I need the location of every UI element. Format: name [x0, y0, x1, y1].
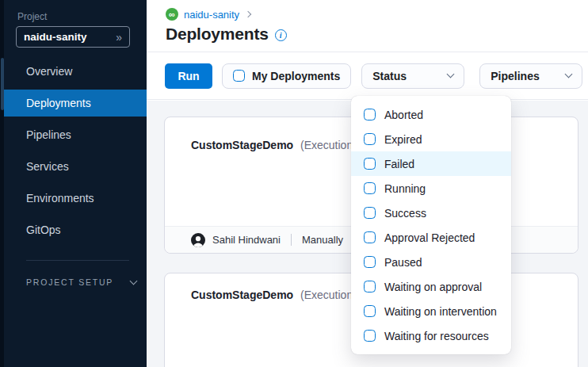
cd-module-icon: ∞ [166, 8, 178, 21]
pipeline-name: CustomStageDemo [191, 289, 293, 301]
status-option-label: Success [384, 207, 426, 220]
user-avatar-icon [191, 233, 205, 247]
sidebar-nav: Overview Deployments Pipelines Services … [0, 58, 147, 248]
info-icon[interactable]: i [275, 29, 287, 41]
sidebar-item-environments[interactable]: Environments [0, 185, 147, 212]
status-option-running[interactable]: Running [351, 176, 511, 201]
run-button[interactable]: Run [165, 63, 212, 89]
sidebar-item-services[interactable]: Services [0, 153, 147, 180]
status-option-waiting-on-approval[interactable]: Waiting on approval [351, 274, 511, 299]
status-option-approval-rejected[interactable]: Approval Rejected [351, 225, 511, 250]
my-deployments-label: My Deployments [252, 70, 340, 82]
project-sidebar: Project naidu-sanity » Overview Deployme… [0, 0, 147, 367]
status-option-label: Paused [384, 256, 422, 269]
sidebar-item-deployments[interactable]: Deployments [4, 90, 147, 117]
chevron-down-icon [130, 277, 138, 285]
status-option-aborted[interactable]: Aborted [351, 102, 511, 127]
sidebar-item-label: Pipelines [26, 128, 71, 141]
project-selector-value: naidu-sanity [24, 31, 87, 43]
footer-divider [291, 234, 292, 246]
checkbox[interactable] [364, 305, 376, 317]
checkbox[interactable] [364, 281, 376, 292]
checkbox[interactable] [364, 231, 376, 243]
breadcrumb-project-link[interactable]: naidu-sanity [184, 9, 239, 21]
checkbox[interactable] [364, 133, 376, 145]
triggered-by: Sahil Hindwani [212, 234, 281, 246]
sidebar-item-overview[interactable]: Overview [0, 58, 147, 85]
title-row: Deployments i [166, 25, 588, 44]
status-option-label: Approval Rejected [384, 231, 475, 244]
project-label: Project [17, 11, 47, 22]
chevron-right-icon [245, 11, 251, 17]
status-option-label: Failed [384, 158, 414, 170]
sidebar-item-label: Environments [26, 192, 94, 205]
checkbox[interactable] [364, 256, 376, 268]
project-setup-label: PROJECT SETUP [26, 277, 113, 287]
checkbox[interactable] [364, 182, 376, 194]
sidebar-item-label: Overview [26, 65, 72, 78]
checkbox[interactable] [364, 207, 376, 219]
page-header: ∞ naidu-sanity Deployments i [147, 0, 588, 52]
project-selector[interactable]: naidu-sanity » [16, 26, 130, 48]
pipeline-name: CustomStageDemo [191, 139, 293, 151]
chevron-down-icon [447, 71, 455, 78]
app-window: Project naidu-sanity » Overview Deployme… [0, 0, 588, 367]
checkbox[interactable] [364, 330, 376, 342]
status-option-waiting-for-resources[interactable]: Waiting for resources [351, 323, 511, 348]
status-option-label: Running [384, 182, 426, 195]
status-option-expired[interactable]: Expired [351, 127, 511, 151]
sidebar-item-label: Services [26, 160, 69, 173]
status-option-label: Waiting on approval [384, 281, 482, 293]
status-option-label: Aborted [384, 109, 423, 121]
status-option-label: Expired [384, 133, 422, 146]
status-option-waiting-on-intervention[interactable]: Waiting on intervention [351, 299, 511, 323]
chevron-down-icon [565, 71, 573, 78]
sidebar-divider [26, 260, 129, 261]
deployments-toolbar: Run My Deployments Status Pipelines [147, 52, 588, 100]
pipelines-filter-label: Pipelines [491, 70, 539, 82]
status-option-paused[interactable]: Paused [351, 250, 511, 274]
status-filter-label: Status [372, 70, 407, 82]
status-option-label: Waiting on intervention [384, 305, 497, 318]
checkbox[interactable] [364, 158, 376, 170]
breadcrumb: ∞ naidu-sanity [166, 8, 588, 21]
sidebar-item-label: GitOps [26, 224, 61, 236]
sidebar-item-label: Deployments [26, 97, 91, 109]
my-deployments-filter[interactable]: My Deployments [222, 63, 351, 89]
double-chevron-icon: » [116, 32, 122, 43]
my-deployments-checkbox[interactable] [233, 70, 245, 82]
status-option-failed[interactable]: Failed [351, 151, 511, 176]
project-setup-toggle[interactable]: PROJECT SETUP [26, 277, 136, 287]
status-option-success[interactable]: Success [351, 201, 511, 225]
status-dropdown-panel: Aborted Expired Failed Running Success A… [351, 96, 511, 354]
status-filter-dropdown[interactable]: Status [361, 63, 464, 89]
sidebar-item-pipelines[interactable]: Pipelines [0, 121, 147, 148]
checkbox[interactable] [364, 109, 376, 120]
pipelines-filter-dropdown[interactable]: Pipelines [479, 63, 582, 89]
trigger-type: Manually [302, 234, 343, 246]
page-title: Deployments [166, 25, 269, 44]
status-option-label: Waiting for resources [384, 330, 489, 342]
sidebar-item-gitops[interactable]: GitOps [0, 216, 147, 243]
main-panel: ∞ naidu-sanity Deployments i Run My Depl… [147, 0, 588, 367]
